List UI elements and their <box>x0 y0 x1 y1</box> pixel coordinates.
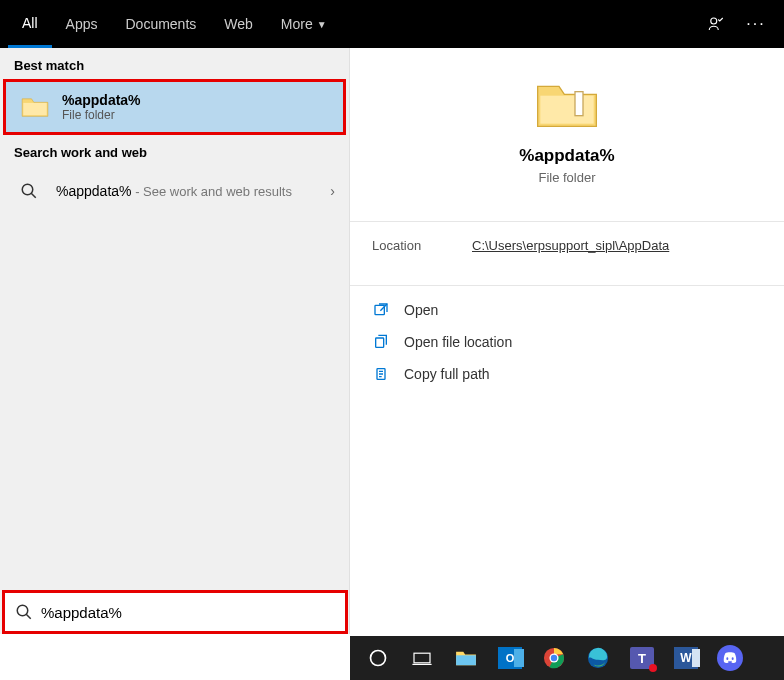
action-copy-path[interactable]: Copy full path <box>350 358 784 390</box>
feedback-icon[interactable] <box>696 15 736 33</box>
svg-rect-6 <box>540 96 593 124</box>
best-match-result[interactable]: %appdata% File folder <box>6 82 343 132</box>
action-label: Open file location <box>404 334 512 350</box>
search-box[interactable] <box>5 593 345 631</box>
taskbar: O T W <box>350 636 784 680</box>
result-subtitle: File folder <box>62 108 329 122</box>
file-explorer-icon[interactable] <box>444 636 488 680</box>
svg-line-3 <box>31 193 36 198</box>
task-view-icon[interactable] <box>400 636 444 680</box>
detail-subtitle: File folder <box>350 170 784 185</box>
tab-apps[interactable]: Apps <box>52 0 112 48</box>
result-title: %appdata% <box>62 92 329 108</box>
svg-rect-12 <box>414 653 430 663</box>
location-label: Location <box>372 238 472 253</box>
svg-rect-8 <box>375 305 384 314</box>
search-icon <box>15 603 33 621</box>
main-content: Best match %appdata% File folder Search … <box>0 48 784 634</box>
open-icon <box>372 302 390 318</box>
discord-icon[interactable] <box>708 636 752 680</box>
svg-point-17 <box>551 655 557 661</box>
svg-rect-9 <box>376 338 384 347</box>
web-search-result[interactable]: %appdata% - See work and web results › <box>0 166 349 216</box>
search-web-header: Search work and web <box>0 135 349 166</box>
location-link[interactable]: C:\Users\erpsupport_sipl\AppData <box>472 238 669 253</box>
folder-icon <box>20 92 50 122</box>
svg-rect-7 <box>575 92 583 116</box>
chrome-icon[interactable] <box>532 636 576 680</box>
tab-more[interactable]: More ▼ <box>267 0 341 48</box>
action-list: Open Open file location Copy full path <box>350 286 784 398</box>
action-label: Copy full path <box>404 366 490 382</box>
search-icon <box>14 176 44 206</box>
svg-point-2 <box>22 184 33 195</box>
detail-title: %appdata% <box>350 146 784 166</box>
edge-icon[interactable] <box>576 636 620 680</box>
tab-documents[interactable]: Documents <box>111 0 210 48</box>
outlook-icon[interactable]: O <box>488 636 532 680</box>
web-result-text: %appdata% - See work and web results <box>56 182 330 200</box>
action-label: Open <box>404 302 438 318</box>
svg-rect-14 <box>456 655 476 665</box>
svg-point-0 <box>711 18 717 24</box>
word-icon[interactable]: W <box>664 636 708 680</box>
copy-icon <box>372 366 390 382</box>
svg-point-11 <box>371 651 386 666</box>
action-open-location[interactable]: Open file location <box>350 326 784 358</box>
tab-web[interactable]: Web <box>210 0 267 48</box>
location-row: Location C:\Users\erpsupport_sipl\AppDat… <box>350 222 784 269</box>
chevron-right-icon: › <box>330 183 335 199</box>
teams-icon[interactable]: T <box>620 636 664 680</box>
cortana-icon[interactable] <box>356 636 400 680</box>
search-filter-bar: All Apps Documents Web More ▼ ··· <box>0 0 784 48</box>
tab-all[interactable]: All <box>8 0 52 48</box>
search-input[interactable] <box>33 604 335 621</box>
annotation-highlight-search <box>2 590 348 634</box>
annotation-highlight: %appdata% File folder <box>3 79 346 135</box>
results-pane: Best match %appdata% File folder Search … <box>0 48 350 634</box>
best-match-header: Best match <box>0 48 349 79</box>
action-open[interactable]: Open <box>350 294 784 326</box>
svg-rect-1 <box>23 103 46 115</box>
folder-open-icon <box>372 334 390 350</box>
svg-line-5 <box>26 614 31 619</box>
folder-icon-large <box>350 78 784 132</box>
more-options-icon[interactable]: ··· <box>736 15 776 33</box>
detail-pane: %appdata% File folder Location C:\Users\… <box>350 48 784 634</box>
chevron-down-icon: ▼ <box>317 19 327 30</box>
svg-point-4 <box>17 605 28 616</box>
